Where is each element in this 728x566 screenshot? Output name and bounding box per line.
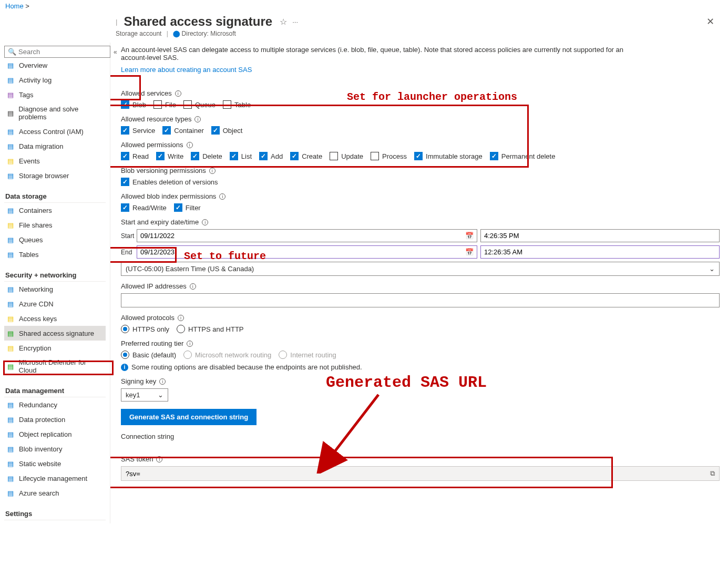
radio-basic-default-[interactable]: Basic (default) [121,351,176,359]
start-time-input[interactable] [480,229,720,242]
radio-circle[interactable] [121,351,129,359]
allowed-ip-input[interactable] [121,293,720,307]
learn-more-link[interactable]: Learn more about creating an account SAS [121,66,252,74]
checkbox-box[interactable] [223,100,231,109]
info-icon[interactable]: i [194,116,201,122]
checkbox-queue[interactable]: Queue [183,100,216,109]
checkbox-enables-deletion-of-versions[interactable]: ✓Enables deletion of versions [121,178,218,186]
checkbox-immutable-storage[interactable]: ✓Immutable storage [414,152,483,160]
checkbox-read-write[interactable]: ✓Read/Write [121,203,167,212]
checkbox-box[interactable]: ✓ [121,203,129,212]
sidebar-search[interactable]: 🔍 [4,46,110,58]
checkbox-box[interactable]: ✓ [121,100,129,109]
checkbox-box[interactable]: ✓ [490,152,498,160]
checkbox-process[interactable]: Process [371,152,407,160]
sidebar-item-microsoft-defender-for-cloud[interactable]: ▤Microsoft Defender for Cloud [4,355,106,377]
checkbox-create[interactable]: ✓Create [290,152,322,160]
info-icon[interactable]: i [178,315,184,321]
checkbox-box[interactable]: ✓ [121,152,129,160]
sidebar-item-diagnose-and-solve-problems[interactable]: ▤Diagnose and solve problems [4,102,106,124]
sidebar-item-redundancy[interactable]: ▤Redundancy [4,397,106,412]
sidebar-item-containers[interactable]: ▤Containers [4,203,106,218]
checkbox-read[interactable]: ✓Read [121,152,149,160]
checkbox-box[interactable]: ✓ [414,152,423,160]
sidebar-item-access-control-iam-[interactable]: ▤Access Control (IAM) [4,124,106,139]
checkbox-box[interactable]: ✓ [162,126,171,135]
checkbox-box[interactable] [371,152,379,160]
calendar-icon[interactable]: 📅 [465,248,474,256]
checkbox-update[interactable]: Update [330,152,363,160]
sidebar-item-activity-log[interactable]: ▤Activity log [4,73,106,87]
checkbox-add[interactable]: ✓Add [259,152,283,160]
info-icon[interactable]: i [209,168,216,174]
info-icon[interactable]: i [156,456,162,462]
sidebar-item-shared-access-signature[interactable]: ▤Shared access signature [4,326,106,341]
radio-circle[interactable] [177,325,185,333]
checkbox-box[interactable]: ✓ [290,152,299,160]
checkbox-filter[interactable]: ✓Filter [174,203,201,212]
checkbox-box[interactable]: ✓ [191,152,199,160]
checkbox-box[interactable]: ✓ [156,152,165,160]
sidebar-item-overview[interactable]: ▤Overview [4,58,106,73]
sidebar-item-tags[interactable]: ▤Tags [4,87,106,102]
checkbox-box[interactable]: ✓ [211,126,220,135]
end-date-input[interactable]: 📅 [137,245,477,259]
checkbox-box[interactable] [330,152,338,160]
checkbox-table[interactable]: Table [223,100,251,109]
sidebar-item-static-website[interactable]: ▤Static website [4,456,106,471]
more-menu-icon[interactable]: ··· [292,18,298,26]
checkbox-object[interactable]: ✓Object [211,126,243,135]
checkbox-list[interactable]: ✓List [230,152,252,160]
sidebar-item-object-replication[interactable]: ▤Object replication [4,427,106,441]
checkbox-box[interactable]: ✓ [121,178,129,186]
info-icon[interactable]: i [187,341,193,347]
checkbox-file[interactable]: File [153,100,176,109]
sidebar-item-queues[interactable]: ▤Queues [4,232,106,247]
favorite-star-icon[interactable]: ☆ [280,17,287,27]
checkbox-blob[interactable]: ✓Blob [121,100,146,109]
sidebar-item-tables[interactable]: ▤Tables [4,247,106,262]
sidebar-item-storage-browser[interactable]: ▤Storage browser [4,168,106,183]
copy-icon[interactable]: ⧉ [710,469,715,478]
close-icon[interactable]: ✕ [706,16,714,27]
signing-key-select[interactable]: key1 ⌄ [121,388,168,402]
sidebar-item-azure-cdn[interactable]: ▤Azure CDN [4,296,106,311]
radio-https-and-http[interactable]: HTTPS and HTTP [177,325,243,333]
end-time-input[interactable] [480,245,720,259]
sidebar-item-azure-search[interactable]: ▤Azure search [4,486,106,500]
sidebar-search-input[interactable] [18,48,107,56]
checkbox-box[interactable]: ✓ [174,203,182,212]
info-icon[interactable]: i [202,219,208,225]
sidebar-item-events[interactable]: ▤Events [4,153,106,168]
radio-circle[interactable] [121,325,129,333]
checkbox-box[interactable] [153,100,162,109]
sidebar-item-encryption[interactable]: ▤Encryption [4,341,106,355]
sidebar-item-data-protection[interactable]: ▤Data protection [4,412,106,427]
breadcrumb-home[interactable]: Home [5,2,24,10]
sidebar-item-data-migration[interactable]: ▤Data migration [4,139,106,153]
radio-https-only[interactable]: HTTPS only [121,325,169,333]
start-date-input[interactable]: 📅 [137,229,477,242]
checkbox-delete[interactable]: ✓Delete [191,152,222,160]
checkbox-service[interactable]: ✓Service [121,126,155,135]
timezone-select[interactable]: (UTC-05:00) Eastern Time (US & Canada) ⌄ [121,262,720,276]
info-icon[interactable]: i [187,142,193,148]
info-icon[interactable]: i [190,283,196,290]
info-icon[interactable]: i [219,193,225,200]
info-icon[interactable]: i [159,378,166,385]
sidebar-item-file-shares[interactable]: ▤File shares [4,218,106,232]
calendar-icon[interactable]: 📅 [465,232,474,240]
sidebar-item-networking[interactable]: ▤Networking [4,282,106,296]
checkbox-permanent-delete[interactable]: ✓Permanent delete [490,152,556,160]
checkbox-container[interactable]: ✓Container [162,126,203,135]
checkbox-write[interactable]: ✓Write [156,152,183,160]
sidebar-item-access-keys[interactable]: ▤Access keys [4,311,106,326]
checkbox-box[interactable]: ✓ [230,152,238,160]
generate-button[interactable]: Generate SAS and connection string [121,409,257,425]
sidebar-item-blob-inventory[interactable]: ▤Blob inventory [4,441,106,456]
checkbox-box[interactable]: ✓ [259,152,268,160]
sidebar-item-lifecycle-management[interactable]: ▤Lifecycle management [4,471,106,486]
checkbox-box[interactable]: ✓ [121,126,129,135]
sas-token-output[interactable]: ⧉ [121,466,720,481]
info-icon[interactable]: i [175,90,181,97]
